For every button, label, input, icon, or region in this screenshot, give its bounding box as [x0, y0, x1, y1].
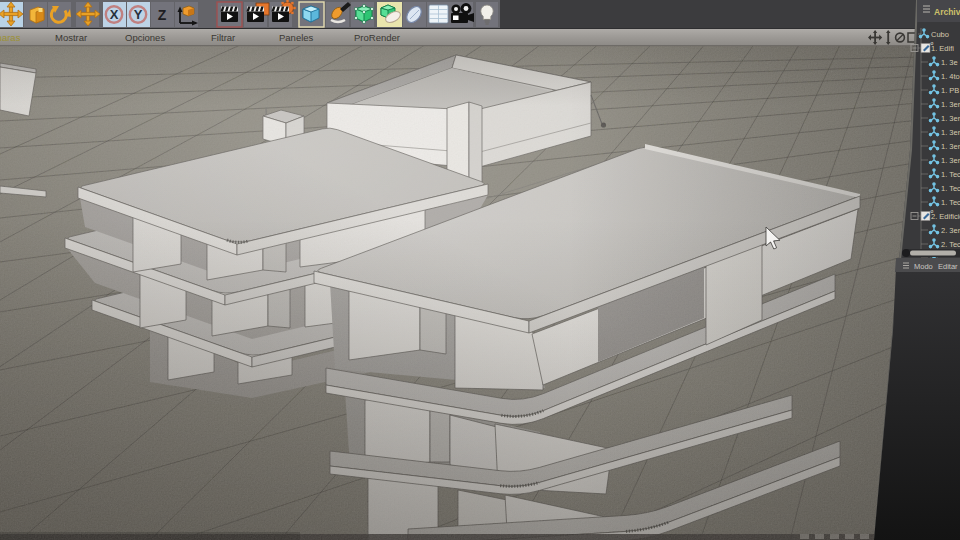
svg-text:1. 3er po: 1. 3er po [941, 156, 960, 165]
svg-text:Mostrar: Mostrar [55, 32, 87, 43]
svg-text:Editar: Editar [938, 262, 958, 271]
svg-text:1. 3er pi: 1. 3er pi [941, 128, 960, 137]
svg-text:1. 3er p: 1. 3er p [941, 100, 960, 109]
svg-text:2. 3er piso: 2. 3er piso [941, 226, 960, 235]
svg-text:1. Techo 2: 1. Techo 2 [941, 198, 960, 207]
svg-text:2. Techo 2: 2. Techo 2 [941, 240, 960, 249]
svg-text:ProRender: ProRender [354, 32, 400, 43]
svg-text:maras: maras [0, 32, 21, 43]
svg-text:2. Edificio: 2. Edificio [931, 212, 960, 221]
svg-text:1. 4to: 1. 4to [941, 72, 960, 81]
svg-text:Y: Y [134, 7, 143, 22]
svg-text:1. 3e: 1. 3e [941, 58, 958, 67]
svg-text:1. 3er pi: 1. 3er pi [941, 142, 960, 151]
svg-text:Modo: Modo [914, 262, 933, 271]
svg-text:1. Teche: 1. Teche [941, 184, 960, 193]
svg-text:1. Edifi: 1. Edifi [931, 44, 954, 53]
svg-text:Cubo: Cubo [931, 30, 949, 39]
svg-text:Z: Z [158, 7, 167, 23]
svg-text:Opciones: Opciones [125, 32, 165, 43]
svg-text:1. PB: 1. PB [941, 86, 959, 95]
svg-text:Filtrar: Filtrar [211, 32, 235, 43]
svg-text:Paneles: Paneles [279, 32, 314, 43]
svg-text:1. Techo: 1. Techo [941, 170, 960, 179]
svg-text:X: X [110, 7, 119, 22]
svg-text:Archivo: Archivo [934, 7, 960, 17]
svg-text:1. 3er p: 1. 3er p [941, 114, 960, 123]
